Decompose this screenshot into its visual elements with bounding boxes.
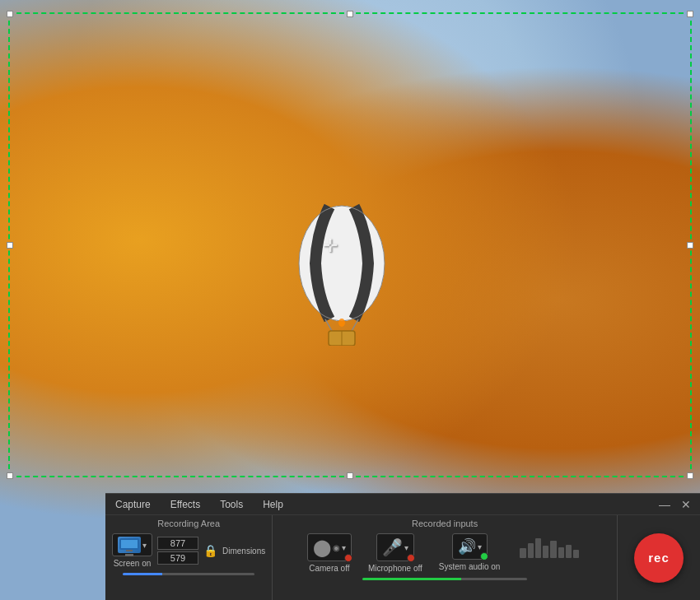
audio-bar-8 — [573, 550, 579, 559]
menu-capture[interactable]: Capture — [112, 497, 154, 512]
microphone-dropdown-arrow: ▾ — [404, 543, 408, 552]
audio-bar-1 — [520, 548, 525, 558]
recorded-inputs-title: Recorded inputs — [412, 519, 478, 528]
minimize-button[interactable]: — — [657, 499, 672, 510]
recording-area-slider[interactable] — [123, 573, 254, 575]
screen-dropdown-arrow: ▾ — [142, 541, 147, 550]
speaker-icon: 🔊 — [458, 537, 476, 556]
audio-bar-5 — [550, 541, 556, 558]
toolbar-titlebar: Capture Effects Tools Help — ✕ — [105, 494, 700, 515]
camera-icon: ⬤ — [313, 537, 331, 557]
audio-slider[interactable] — [362, 578, 527, 580]
window-buttons: — ✕ — [657, 499, 693, 510]
audio-bar-3 — [535, 538, 541, 558]
svg-line-2 — [325, 319, 332, 331]
screen-icon — [118, 537, 141, 553]
system-audio-dropdown-arrow: ▾ — [478, 542, 482, 551]
audio-level-display — [516, 533, 582, 558]
inputs-controls: ⬤ ◉ ▾ Camera off 🎤 ▾ — [279, 533, 610, 573]
record-button[interactable]: rec — [634, 533, 684, 583]
menu-effects[interactable]: Effects — [167, 497, 203, 512]
recording-controls: ▾ Screen on 🔒 — [112, 533, 265, 568]
audio-bar-2 — [528, 543, 534, 558]
camera-button[interactable]: ⬤ ◉ ▾ — [307, 533, 352, 561]
recording-area-section: Recording Area ▾ — [105, 515, 273, 600]
microphone-status-red — [407, 554, 415, 562]
width-input[interactable] — [157, 537, 198, 550]
microphone-icon: 🎤 — [382, 537, 403, 557]
width-row — [157, 537, 198, 550]
svg-point-6 — [338, 319, 345, 327]
recorded-inputs-section: Recorded inputs ⬤ ◉ ▾ Camera off — [273, 515, 618, 600]
menu-tools[interactable]: Tools — [217, 497, 246, 512]
system-audio-label: System audio on — [439, 562, 501, 571]
svg-line-3 — [352, 319, 358, 331]
height-input[interactable] — [157, 551, 198, 565]
audio-bar-7 — [566, 545, 572, 559]
svg-rect-9 — [126, 550, 133, 551]
system-audio-button[interactable]: 🔊 ▾ — [452, 533, 488, 560]
camera-dropdown-arrow: ▾ — [342, 543, 346, 552]
system-audio-status-green — [480, 552, 488, 560]
microphone-item: 🎤 ▾ Microphone off — [368, 533, 422, 573]
recording-area-title: Recording Area — [157, 519, 220, 528]
audio-bar-4 — [543, 546, 548, 558]
menu-help[interactable]: Help — [259, 497, 287, 512]
screen-button-group: ▾ Screen on — [112, 533, 152, 568]
camera-item: ⬤ ◉ ▾ Camera off — [307, 533, 352, 573]
screen-on-label: Screen on — [114, 559, 152, 568]
microphone-button[interactable]: 🎤 ▾ — [376, 533, 414, 561]
toolbar-menu: Capture Effects Tools Help — [112, 497, 287, 512]
camera-ring: ◉ — [333, 543, 340, 552]
record-button-label: rec — [648, 551, 670, 565]
camera-status-red — [344, 554, 352, 562]
dimensions-box — [157, 537, 198, 565]
height-row — [157, 551, 198, 565]
microphone-label: Microphone off — [368, 564, 422, 573]
dimensions-label: Dimensions — [222, 547, 265, 556]
toolbar: Capture Effects Tools Help — ✕ Recording… — [105, 493, 700, 600]
screen-select-button[interactable]: ▾ — [112, 533, 152, 556]
toolbar-body: Recording Area ▾ — [105, 515, 700, 600]
system-audio-item: 🔊 ▾ System audio on — [439, 533, 501, 571]
audio-bar-6 — [558, 547, 564, 559]
close-button[interactable]: ✕ — [679, 499, 693, 510]
record-section: rec — [618, 515, 700, 600]
balloon-image — [292, 198, 391, 349]
main-canvas: ✛ Capture Effects Tools Help — ✕ — [0, 0, 700, 600]
lock-icon[interactable]: 🔒 — [203, 544, 217, 557]
svg-rect-8 — [121, 540, 138, 548]
camera-label: Camera off — [309, 564, 349, 573]
